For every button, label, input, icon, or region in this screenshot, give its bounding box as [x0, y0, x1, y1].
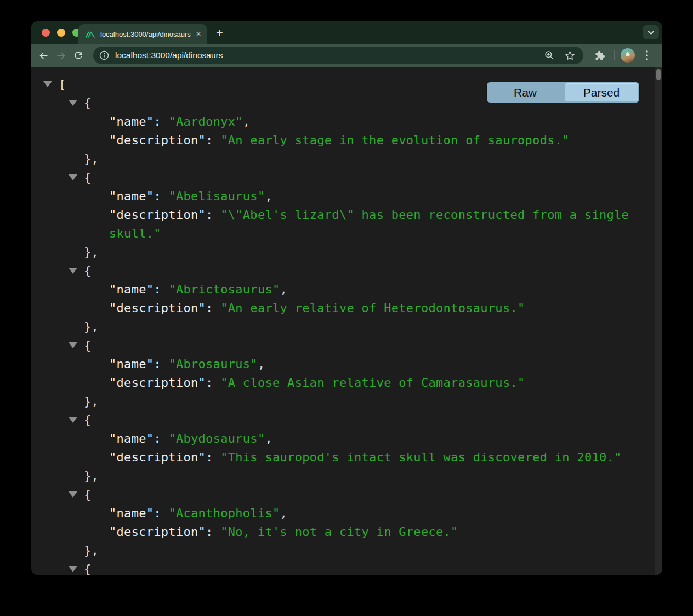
scrollbar-thumb[interactable]	[656, 69, 661, 80]
json-key: "name":	[109, 282, 161, 296]
json-space	[213, 208, 221, 222]
address-bar[interactable]: localhost:3000/api/dinosaurs	[93, 47, 583, 64]
browser-tab[interactable]: localhost:3000/api/dinosaurs ✕	[78, 24, 207, 44]
json-open-bracket: [	[59, 77, 66, 91]
json-comma: ,	[243, 115, 251, 128]
reload-button[interactable]	[70, 47, 87, 64]
collapse-arrow-icon[interactable]	[69, 491, 77, 498]
collapse-arrow-icon[interactable]	[69, 566, 77, 572]
reload-icon	[73, 50, 84, 61]
json-string-value: "This sauropod's intact skull was discov…	[220, 450, 621, 464]
json-comma: ,	[265, 432, 272, 445]
json-open-brace: {	[84, 562, 92, 575]
json-name-row: "name": "Abrictosaurus",	[31, 280, 655, 299]
page-content: [{"name": "Aardonyx","description": "An …	[31, 67, 662, 575]
puzzle-piece-icon	[594, 50, 605, 61]
extensions-button[interactable]	[590, 47, 608, 64]
json-open-brace: {	[84, 171, 92, 184]
forward-arrow-icon	[55, 50, 67, 61]
json-key: "name":	[109, 189, 161, 203]
site-info-icon[interactable]	[99, 50, 110, 61]
json-close-brace: },	[84, 544, 99, 557]
json-space	[213, 301, 221, 315]
json-key: "description":	[109, 301, 213, 315]
close-tab-icon[interactable]: ✕	[196, 31, 201, 37]
json-object-body: "name": "Acanthopholis","description": "…	[31, 504, 655, 541]
json-key: "description":	[109, 376, 213, 389]
json-object-close-row: },	[31, 541, 655, 560]
json-string-value: "Abelisaurus"	[168, 189, 265, 203]
raw-button[interactable]: Raw	[487, 82, 564, 103]
json-key: "name":	[109, 357, 161, 371]
url-text[interactable]: localhost:3000/api/dinosaurs	[115, 50, 544, 60]
json-object-open-row: {	[31, 262, 655, 280]
json-key: "name":	[109, 432, 161, 445]
json-description-row: "description": "No, it's not a city in G…	[31, 523, 655, 541]
json-description-row: "description": "\"Abel's lizard\" has be…	[31, 206, 655, 243]
tab-strip: localhost:3000/api/dinosaurs ✕ +	[31, 21, 662, 44]
browser-window: localhost:3000/api/dinosaurs ✕ +	[31, 21, 662, 575]
zoom-icon[interactable]	[544, 50, 555, 61]
scrollbar-track[interactable]	[655, 67, 662, 575]
back-button[interactable]	[35, 47, 52, 64]
json-close-brace: },	[84, 469, 99, 483]
json-string-value: "Abrosaurus"	[168, 357, 258, 371]
profile-avatar[interactable]	[621, 48, 635, 63]
json-object-body: "name": "Abelisaurus","description": "\"…	[31, 187, 655, 243]
json-object-body: "name": "Abrosaurus","description": "A c…	[31, 355, 655, 392]
three-dot-menu-icon	[646, 50, 648, 60]
forward-button[interactable]	[52, 47, 70, 64]
json-space	[213, 450, 221, 464]
json-key: "name":	[109, 115, 161, 128]
json-description-row: "description": "An early stage in the ev…	[31, 131, 655, 150]
json-space	[213, 133, 221, 147]
json-object: {"name": "Acanthopholis","description": …	[31, 485, 655, 560]
new-tab-button[interactable]: +	[212, 25, 227, 40]
json-key: "description":	[109, 525, 213, 539]
collapse-arrow-icon[interactable]	[43, 81, 52, 87]
json-object-open-row: {	[31, 336, 655, 355]
close-window-button[interactable]	[42, 29, 50, 37]
parsed-button[interactable]: Parsed	[565, 83, 638, 101]
json-object-close-row: },	[31, 467, 655, 485]
json-object: {"name": "Abrosaurus","description": "A …	[31, 336, 655, 411]
json-object: {"name": "Abydosaurus","description": "T…	[31, 411, 655, 485]
json-object-open-row: {	[31, 168, 655, 187]
bookmark-star-icon[interactable]	[564, 50, 576, 61]
json-comma: ,	[280, 282, 288, 296]
json-string-value: "Acanthopholis"	[168, 506, 280, 520]
json-close-brace: },	[84, 394, 99, 408]
json-string-value: "Abydosaurus"	[168, 432, 265, 445]
json-string-value: "No, it's not a city in Greece."	[220, 525, 458, 539]
json-name-row: "name": "Acanthopholis",	[31, 504, 655, 523]
traffic-lights	[42, 29, 81, 37]
json-comma: ,	[280, 506, 288, 520]
collapse-arrow-icon[interactable]	[69, 268, 77, 274]
json-open-brace: {	[84, 338, 92, 352]
json-object-open-row-partial: {	[31, 560, 655, 575]
json-open-brace: {	[84, 488, 92, 501]
json-name-row: "name": "Aardonyx",	[31, 112, 655, 131]
minimize-window-button[interactable]	[57, 29, 65, 37]
collapse-arrow-icon[interactable]	[69, 342, 77, 348]
toolbar-right	[590, 47, 655, 64]
json-object-close-row: },	[31, 150, 655, 168]
json-object: {"name": "Aardonyx","description": "An e…	[31, 94, 655, 168]
json-key: "name":	[109, 506, 161, 520]
collapse-arrow-icon[interactable]	[69, 417, 77, 423]
json-space	[213, 376, 221, 389]
json-space	[161, 282, 169, 296]
json-space	[161, 189, 169, 203]
json-close-brace: },	[84, 320, 99, 334]
tab-search-button[interactable]	[643, 25, 659, 39]
collapse-arrow-icon[interactable]	[69, 174, 77, 180]
back-arrow-icon	[38, 50, 49, 61]
json-object-body: "name": "Abrictosaurus","description": "…	[31, 280, 655, 318]
json-description-row: "description": "This sauropod's intact s…	[31, 448, 655, 467]
collapse-arrow-icon[interactable]	[69, 100, 77, 106]
json-close-brace: },	[84, 152, 99, 166]
json-comma: ,	[258, 357, 265, 371]
json-object-body: "name": "Aardonyx","description": "An ea…	[31, 112, 655, 150]
json-space	[213, 525, 221, 539]
browser-menu-button[interactable]	[639, 48, 655, 63]
